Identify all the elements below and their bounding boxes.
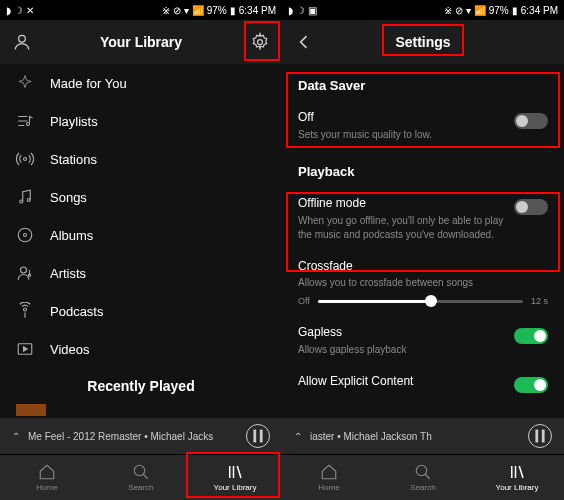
svg-rect-13 xyxy=(260,430,263,443)
podcast-icon xyxy=(16,302,34,320)
svg-point-0 xyxy=(19,35,26,42)
settings-icon[interactable] xyxy=(250,32,270,52)
svg-rect-16 xyxy=(542,430,545,443)
playlist-icon xyxy=(16,112,34,130)
svg-point-1 xyxy=(257,40,262,45)
nav-search[interactable]: Search xyxy=(376,455,470,500)
lib-item-videos[interactable]: Videos xyxy=(0,330,282,368)
library-header: Your Library xyxy=(0,20,282,64)
lib-item-stations[interactable]: Stations xyxy=(0,140,282,178)
settings-header: Settings xyxy=(282,20,564,64)
offline-toggle[interactable] xyxy=(514,199,548,215)
chevron-up-icon: ⌃ xyxy=(294,431,302,442)
video-icon xyxy=(16,340,34,358)
pause-button[interactable] xyxy=(528,424,552,448)
lib-item-artists[interactable]: Artists xyxy=(0,254,282,292)
chevron-up-icon: ⌃ xyxy=(12,431,20,442)
library-icon xyxy=(508,463,526,481)
svg-point-9 xyxy=(28,274,30,276)
lib-item-made-for-you[interactable]: Made for You xyxy=(0,64,282,102)
svg-point-8 xyxy=(21,267,27,273)
album-icon xyxy=(16,226,34,244)
svg-point-10 xyxy=(24,308,27,311)
svg-point-4 xyxy=(20,200,23,203)
spark-icon xyxy=(16,74,34,92)
lib-item-playlists[interactable]: Playlists xyxy=(0,102,282,140)
playback-heading: Playback xyxy=(298,150,548,187)
settings-list[interactable]: Data Saver OffSets your music quality to… xyxy=(282,64,564,418)
explicit-row[interactable]: Allow Explicit Content xyxy=(298,365,548,401)
recently-played-heading: Recently Played xyxy=(0,368,282,404)
radio-icon xyxy=(16,150,34,168)
nav-home[interactable]: Home xyxy=(0,455,94,500)
gapless-toggle[interactable] xyxy=(514,328,548,344)
search-icon xyxy=(132,463,150,481)
data-saver-heading: Data Saver xyxy=(298,64,548,101)
library-title: Your Library xyxy=(100,34,182,50)
artist-icon xyxy=(16,264,34,282)
status-bar: ◗☽▣ ※⊘▾📶97%▮6:34 PM xyxy=(282,0,564,20)
recently-thumb[interactable] xyxy=(16,404,46,416)
crossfade-row: CrossfadeAllows you to crossfade between… xyxy=(298,250,548,293)
explicit-toggle[interactable] xyxy=(514,377,548,393)
profile-icon[interactable] xyxy=(12,32,32,52)
back-icon[interactable] xyxy=(294,32,314,52)
data-saver-toggle[interactable] xyxy=(514,113,548,129)
offline-row[interactable]: Offline modeWhen you go offline, you'll … xyxy=(298,187,548,250)
crossfade-slider-row: Off 12 s xyxy=(298,292,548,316)
crossfade-slider[interactable] xyxy=(318,300,523,303)
gapless-row[interactable]: GaplessAllows gapless playback xyxy=(298,316,548,365)
svg-point-6 xyxy=(18,228,32,242)
nav-home[interactable]: Home xyxy=(282,455,376,500)
search-icon xyxy=(414,463,432,481)
song-icon xyxy=(16,188,34,206)
library-icon xyxy=(226,463,244,481)
status-bar: ◗☽✕ ※⊘▾📶97%▮6:34 PM xyxy=(0,0,282,20)
lib-item-albums[interactable]: Albums xyxy=(0,216,282,254)
now-playing-bar[interactable]: ⌃ iaster • Michael Jackson Th xyxy=(282,418,564,454)
now-playing-text: Me Feel - 2012 Remaster • Michael Jacks xyxy=(28,431,238,442)
svg-rect-15 xyxy=(535,430,538,443)
svg-point-17 xyxy=(416,465,427,476)
nav-library[interactable]: Your Library xyxy=(470,455,564,500)
now-playing-text: iaster • Michael Jackson Th xyxy=(310,431,520,442)
nav-search[interactable]: Search xyxy=(94,455,188,500)
lib-item-songs[interactable]: Songs xyxy=(0,178,282,216)
bottom-nav: Home Search Your Library xyxy=(0,454,282,500)
svg-point-14 xyxy=(134,465,145,476)
home-icon xyxy=(38,463,56,481)
bottom-nav: Home Search Your Library xyxy=(282,454,564,500)
settings-screen: ◗☽▣ ※⊘▾📶97%▮6:34 PM Settings Data Saver … xyxy=(282,0,564,500)
library-list: Made for You Playlists Stations Songs Al… xyxy=(0,64,282,418)
svg-point-5 xyxy=(27,199,30,202)
settings-title: Settings xyxy=(395,34,450,50)
now-playing-bar[interactable]: ⌃ Me Feel - 2012 Remaster • Michael Jack… xyxy=(0,418,282,454)
pause-button[interactable] xyxy=(246,424,270,448)
library-screen: ◗☽✕ ※⊘▾📶97%▮6:34 PM Your Library Made fo… xyxy=(0,0,282,500)
svg-rect-12 xyxy=(253,430,256,443)
nav-library[interactable]: Your Library xyxy=(188,455,282,500)
home-icon xyxy=(320,463,338,481)
svg-point-3 xyxy=(24,158,27,161)
svg-point-7 xyxy=(24,234,27,237)
lib-item-podcasts[interactable]: Podcasts xyxy=(0,292,282,330)
data-saver-row[interactable]: OffSets your music quality to low. xyxy=(298,101,548,150)
svg-point-2 xyxy=(27,123,30,126)
